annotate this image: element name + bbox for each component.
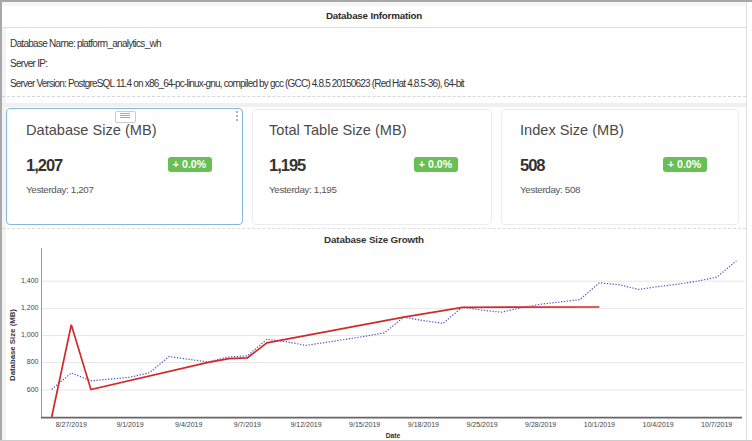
svg-text:9/18/2019: 9/18/2019	[408, 421, 439, 428]
svg-text:9/1/2019: 9/1/2019	[116, 421, 143, 428]
svg-text:9/4/2019: 9/4/2019	[175, 421, 202, 428]
svg-text:9/12/2019: 9/12/2019	[290, 421, 321, 428]
svg-text:9/28/2019: 9/28/2019	[525, 421, 556, 428]
svg-text:10/7/2019: 10/7/2019	[701, 421, 732, 428]
svg-text:Date: Date	[386, 432, 401, 439]
svg-text:Database Size (MB): Database Size (MB)	[8, 309, 17, 381]
svg-text:800: 800	[27, 358, 39, 365]
svg-text:10/4/2019: 10/4/2019	[643, 421, 674, 428]
svg-text:9/7/2019: 9/7/2019	[234, 421, 261, 428]
svg-text:1,000: 1,000	[21, 331, 39, 338]
svg-text:10/1/2019: 10/1/2019	[584, 421, 615, 428]
svg-text:1,200: 1,200	[21, 304, 39, 311]
svg-text:600: 600	[27, 386, 39, 393]
svg-text:8/27/2019: 8/27/2019	[56, 421, 87, 428]
svg-text:9/25/2019: 9/25/2019	[467, 421, 498, 428]
svg-text:9/15/2019: 9/15/2019	[349, 421, 380, 428]
svg-text:1,400: 1,400	[21, 277, 39, 284]
